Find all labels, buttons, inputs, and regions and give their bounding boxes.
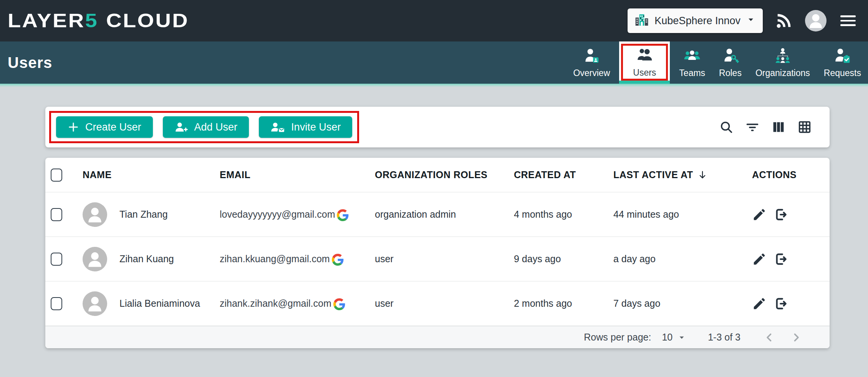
pencil-icon [752,296,767,311]
app-header: LAYER5CLOUD KubeSphere Innov [0,0,868,41]
grid-icon [797,120,812,134]
pagination-range: 1-3 of 3 [708,332,740,343]
hamburger-menu-icon[interactable] [839,14,857,28]
user-last-active-at: 44 minutes ago [613,209,752,220]
add-user-button[interactable]: Add User [163,116,249,138]
add-user-label: Add User [194,121,238,133]
user-name: Tian Zhang [119,209,168,220]
actions-toolbar: Create User Add User Invite User [45,107,830,147]
logout-icon [774,296,788,311]
chevron-down-icon [677,333,686,342]
person-icon [805,10,827,31]
filter-button[interactable] [745,120,760,134]
chevron-down-icon [746,15,756,27]
invite-user-label: Invite User [291,121,341,133]
page-navbar: Users Overview Users [0,41,868,84]
user-name: Lialia Beniaminova [119,298,200,309]
logout-icon [774,252,788,266]
logo-text-5: 5 [85,10,98,31]
page-title: Users [8,54,52,71]
edit-user-button[interactable] [752,207,767,222]
user-email: zihan.kkuang@gmail.com [220,253,330,265]
person-icon [83,291,107,316]
user-email: lovedayyyyyyy@gmail.com [220,209,335,220]
pencil-icon [752,207,767,222]
row-avatar [83,202,107,227]
logo-text-layer: LAYER [8,10,85,31]
google-icon [333,298,345,310]
rows-per-page-value: 10 [662,332,673,343]
previous-page-button[interactable] [763,331,776,344]
grid-view-button[interactable] [797,120,812,134]
invite-user-button[interactable]: Invite User [259,116,352,138]
org-tree-icon [774,47,792,64]
app-logo[interactable]: LAYER5CLOUD [8,10,189,32]
column-header-last-active-at[interactable]: LAST ACTIVE AT [613,169,752,181]
next-page-button[interactable] [790,331,803,344]
user-created-at: 2 months ago [514,298,613,309]
column-header-name[interactable]: NAME [83,169,220,180]
tab-requests[interactable]: Requests [817,41,868,84]
row-checkbox[interactable] [51,253,62,266]
user-created-at: 4 months ago [514,209,613,220]
person-clipboard-check-icon [833,47,851,64]
rows-per-page-label: Rows per page: [584,332,651,343]
tab-label: Teams [679,68,705,78]
user-last-active-at: 7 days ago [613,298,752,309]
view-columns-button[interactable] [771,120,786,134]
tab-organizations[interactable]: Organizations [749,41,817,84]
row-avatar [83,247,107,271]
tab-users[interactable]: Users [619,41,670,84]
column-header-organization-roles[interactable]: ORGANIZATION ROLES [375,169,514,180]
users-table: NAME EMAIL ORGANIZATION ROLES CREATED AT… [45,158,830,348]
sort-desc-arrow-icon [697,169,708,181]
create-user-button[interactable]: Create User [56,116,153,138]
tab-label: Users [633,68,656,78]
tab-label: Requests [824,68,861,78]
tab-label: Organizations [755,68,810,78]
filter-icon [745,120,760,134]
plus-icon [68,121,79,133]
table-tools [719,120,812,134]
search-button[interactable] [719,120,734,134]
table-pagination: Rows per page: 10 1-3 of 3 [45,326,830,348]
user-avatar[interactable] [805,10,827,31]
pencil-icon [752,252,767,266]
feed-icon[interactable] [775,12,793,30]
row-checkbox[interactable] [51,208,62,221]
column-header-created-at[interactable]: CREATED AT [514,169,613,180]
person-mail-icon [270,121,285,133]
column-header-email[interactable]: EMAIL [220,169,375,180]
google-icon [337,209,349,221]
logout-icon [774,207,788,222]
annotation-highlight-user-buttons: Create User Add User Invite User [49,111,359,143]
user-org-roles: user [375,253,514,265]
chevron-left-icon [763,331,776,344]
tab-teams[interactable]: Teams [672,41,712,84]
user-org-roles: user [375,298,514,309]
tab-overview[interactable]: Overview [566,41,617,84]
rows-per-page-select[interactable]: 10 [662,332,686,343]
navbar-accent-divider [0,84,868,87]
edit-user-button[interactable] [752,296,767,311]
user-last-active-at: a day ago [613,253,752,265]
row-avatar [83,291,107,316]
pager [763,331,803,344]
tab-label: Roles [719,68,742,78]
main-content: Create User Add User Invite User [0,87,868,348]
annotation-highlight-users-tab: Users [621,44,668,81]
select-all-checkbox[interactable] [51,169,62,182]
create-user-label: Create User [85,121,141,133]
remove-user-button[interactable] [774,207,788,222]
person-key-icon [722,47,739,64]
remove-user-button[interactable] [774,296,788,311]
search-icon [719,120,734,134]
remove-user-button[interactable] [774,252,788,266]
org-switcher-dropdown[interactable]: KubeSphere Innov [628,8,763,33]
tab-roles[interactable]: Roles [712,41,749,84]
edit-user-button[interactable] [752,252,767,266]
person-badge-icon [583,47,600,64]
row-checkbox[interactable] [51,297,62,310]
table-row: Zihan Kuang zihan.kkuang@gmail.com user … [45,237,830,281]
google-icon [332,254,344,266]
